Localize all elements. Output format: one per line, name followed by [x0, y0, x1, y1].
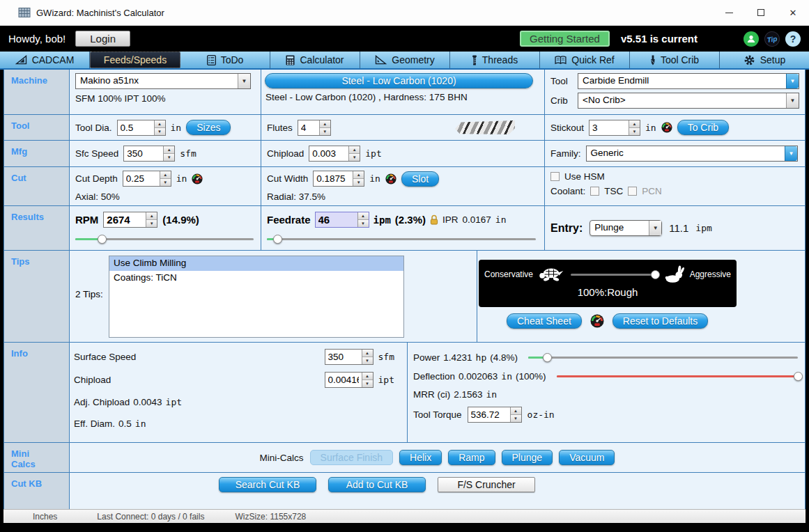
- slider-handle[interactable]: [794, 372, 803, 381]
- info-chipload-input[interactable]: [325, 373, 362, 387]
- aggressiveness-slider[interactable]: [571, 269, 659, 280]
- slider-fill: [557, 375, 798, 377]
- entry-select[interactable]: Plunge ▼: [590, 220, 662, 236]
- chevron-down-icon[interactable]: ▼: [649, 221, 661, 235]
- deflection-label: Deflection: [413, 371, 455, 382]
- tab-geometry[interactable]: Geometry: [360, 52, 450, 68]
- power-slider[interactable]: [528, 352, 798, 363]
- tab-calculator[interactable]: Calculator: [270, 52, 360, 68]
- spin-up-button[interactable]: ▲: [362, 350, 373, 357]
- material-button[interactable]: Steel - Low Carbon (1020): [265, 73, 533, 88]
- spin-up-button[interactable]: ▲: [362, 373, 373, 380]
- slider-handle[interactable]: [98, 235, 107, 244]
- login-button[interactable]: Login: [75, 31, 130, 47]
- tip-list-item[interactable]: Use Climb Milling: [109, 256, 403, 271]
- spin-up-button[interactable]: ▲: [358, 212, 369, 220]
- chevron-down-icon[interactable]: ▼: [785, 146, 797, 161]
- search-cut-kb-button[interactable]: Search Cut KB: [219, 477, 316, 492]
- tab-feeds-speeds[interactable]: Feeds/Speeds: [90, 52, 180, 68]
- helix-button[interactable]: Helix: [399, 450, 442, 465]
- spin-down-button[interactable]: ▼: [353, 179, 364, 186]
- spin-down-button[interactable]: ▼: [164, 154, 174, 161]
- chevron-down-icon[interactable]: ▼: [786, 74, 799, 88]
- tool-type-select[interactable]: Carbide Endmill ▼: [578, 73, 799, 89]
- spin-down-button[interactable]: ▼: [349, 154, 360, 161]
- spin-up-button[interactable]: ▲: [160, 171, 171, 179]
- tab-cadcam[interactable]: CADCAM: [0, 52, 90, 68]
- spin-down-button[interactable]: ▼: [146, 220, 157, 227]
- plunge-button[interactable]: Plunge: [502, 450, 553, 465]
- maximize-button[interactable]: [745, 0, 777, 25]
- spin-up-button[interactable]: ▲: [353, 171, 364, 179]
- tip-icon[interactable]: Tip: [764, 30, 781, 47]
- slider-handle[interactable]: [273, 235, 282, 244]
- spin-up-button[interactable]: ▲: [320, 120, 330, 128]
- fs-cruncher-button[interactable]: F/S Cruncher: [438, 477, 535, 492]
- chipload-input[interactable]: [309, 146, 348, 161]
- tool-dia-input[interactable]: [118, 120, 154, 135]
- chevron-down-icon[interactable]: ▼: [786, 93, 799, 108]
- tool-torque-input[interactable]: [468, 407, 510, 422]
- deflection-slider[interactable]: [557, 371, 798, 382]
- tab-quick-ref[interactable]: Quick Ref: [540, 52, 630, 68]
- cheat-sheet-button[interactable]: Cheat Sheet: [507, 313, 582, 329]
- community-icon[interactable]: [743, 31, 759, 47]
- slider-handle[interactable]: [651, 270, 660, 279]
- slider-track[interactable]: [571, 274, 659, 276]
- spin-down-button[interactable]: ▼: [358, 220, 369, 227]
- cut-depth-unit: in: [176, 173, 187, 184]
- rpm-slider[interactable]: [75, 234, 254, 244]
- to-crib-button[interactable]: To Crib: [677, 120, 729, 135]
- tab-todo[interactable]: ToDo: [180, 52, 270, 68]
- feedrate-slider[interactable]: [267, 234, 536, 244]
- tab-setup[interactable]: Setup: [720, 52, 809, 68]
- spin-up-button[interactable]: ▲: [155, 120, 165, 128]
- adj-chipload-value: 0.0043: [133, 397, 162, 407]
- tip-list-item[interactable]: Coatings: TiCN: [109, 271, 403, 285]
- minimize-button[interactable]: [713, 0, 745, 25]
- tab-label: Geometry: [392, 54, 434, 65]
- tab-threads[interactable]: Threads: [450, 52, 540, 68]
- rpm-input[interactable]: [104, 212, 146, 227]
- stickout-input[interactable]: [590, 120, 629, 135]
- spin-down-button[interactable]: ▼: [362, 357, 373, 364]
- crib-select[interactable]: <No Crib> ▼: [578, 93, 799, 109]
- sizes-button[interactable]: Sizes: [186, 120, 231, 135]
- slot-button[interactable]: Slot: [401, 171, 439, 187]
- pcn-checkbox[interactable]: [628, 187, 637, 196]
- vacuum-button[interactable]: Vacuum: [559, 450, 615, 465]
- chevron-down-icon[interactable]: ▼: [238, 74, 250, 88]
- surface-finish-button[interactable]: Surface Finish: [310, 450, 393, 465]
- spin-down-button[interactable]: ▼: [320, 128, 330, 135]
- add-to-cut-kb-button[interactable]: Add to Cut KB: [328, 477, 426, 492]
- spin-up-button[interactable]: ▲: [349, 146, 360, 154]
- spin-down-button[interactable]: ▼: [155, 128, 165, 135]
- ramp-button[interactable]: Ramp: [448, 450, 495, 465]
- slider-handle[interactable]: [543, 353, 552, 362]
- family-select[interactable]: Generic ▼: [586, 146, 799, 162]
- spin-down-button[interactable]: ▼: [362, 380, 373, 387]
- feedrate-input[interactable]: [316, 212, 357, 227]
- spin-up-button[interactable]: ▲: [629, 120, 640, 128]
- flutes-input[interactable]: [298, 120, 319, 135]
- machine-select[interactable]: Makino a51nx ▼: [75, 73, 251, 89]
- spin-up-button[interactable]: ▲: [164, 146, 174, 154]
- help-icon[interactable]: ?: [785, 31, 801, 47]
- tsc-checkbox[interactable]: [590, 187, 599, 196]
- cut-depth-input[interactable]: [123, 171, 160, 186]
- close-button[interactable]: ✕: [777, 0, 809, 25]
- slider-track[interactable]: [528, 357, 798, 359]
- getting-started-button[interactable]: Getting Started: [520, 31, 610, 47]
- spin-up-button[interactable]: ▲: [511, 407, 521, 415]
- spin-down-button[interactable]: ▼: [160, 179, 171, 186]
- spin-down-button[interactable]: ▼: [629, 128, 640, 135]
- spin-down-button[interactable]: ▼: [511, 415, 521, 422]
- use-hsm-checkbox[interactable]: [550, 172, 560, 181]
- sfc-speed-input[interactable]: [124, 146, 163, 161]
- spin-up-button[interactable]: ▲: [146, 212, 157, 220]
- tab-tool-crib[interactable]: Tool Crib: [630, 52, 720, 68]
- surface-speed-input[interactable]: [325, 350, 362, 364]
- reset-to-defaults-button[interactable]: Reset to Defaults: [612, 313, 708, 329]
- slider-track[interactable]: [267, 238, 536, 240]
- cut-width-input[interactable]: [314, 171, 353, 186]
